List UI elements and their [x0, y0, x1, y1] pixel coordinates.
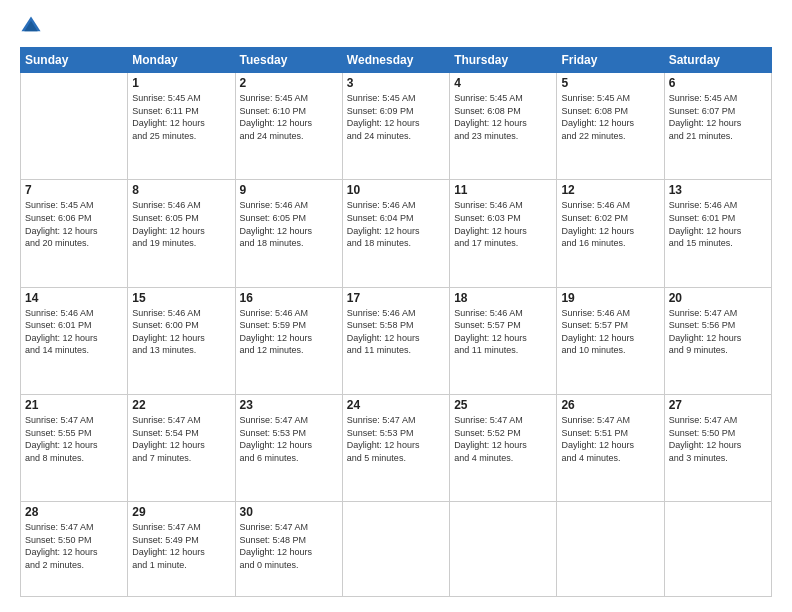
day-number: 15 — [132, 291, 230, 305]
day-info: Sunrise: 5:45 AMSunset: 6:07 PMDaylight:… — [669, 92, 767, 142]
calendar-week-row: 1Sunrise: 5:45 AMSunset: 6:11 PMDaylight… — [21, 73, 772, 180]
calendar-day-header: Sunday — [21, 48, 128, 73]
day-info: Sunrise: 5:47 AMSunset: 5:51 PMDaylight:… — [561, 414, 659, 464]
day-info: Sunrise: 5:46 AMSunset: 6:02 PMDaylight:… — [561, 199, 659, 249]
day-info: Sunrise: 5:47 AMSunset: 5:56 PMDaylight:… — [669, 307, 767, 357]
day-number: 26 — [561, 398, 659, 412]
calendar-cell: 22Sunrise: 5:47 AMSunset: 5:54 PMDayligh… — [128, 394, 235, 501]
day-number: 19 — [561, 291, 659, 305]
calendar-cell — [664, 502, 771, 597]
calendar-day-header: Saturday — [664, 48, 771, 73]
calendar-cell: 15Sunrise: 5:46 AMSunset: 6:00 PMDayligh… — [128, 287, 235, 394]
day-info: Sunrise: 5:46 AMSunset: 6:01 PMDaylight:… — [669, 199, 767, 249]
day-info: Sunrise: 5:46 AMSunset: 6:05 PMDaylight:… — [132, 199, 230, 249]
logo — [20, 15, 46, 37]
calendar-day-header: Friday — [557, 48, 664, 73]
day-info: Sunrise: 5:46 AMSunset: 6:01 PMDaylight:… — [25, 307, 123, 357]
calendar-cell: 26Sunrise: 5:47 AMSunset: 5:51 PMDayligh… — [557, 394, 664, 501]
day-number: 24 — [347, 398, 445, 412]
day-info: Sunrise: 5:47 AMSunset: 5:53 PMDaylight:… — [347, 414, 445, 464]
day-info: Sunrise: 5:47 AMSunset: 5:48 PMDaylight:… — [240, 521, 338, 571]
day-info: Sunrise: 5:45 AMSunset: 6:06 PMDaylight:… — [25, 199, 123, 249]
calendar-cell: 8Sunrise: 5:46 AMSunset: 6:05 PMDaylight… — [128, 180, 235, 287]
calendar-cell: 2Sunrise: 5:45 AMSunset: 6:10 PMDaylight… — [235, 73, 342, 180]
day-number: 12 — [561, 183, 659, 197]
day-info: Sunrise: 5:45 AMSunset: 6:08 PMDaylight:… — [561, 92, 659, 142]
calendar-week-row: 28Sunrise: 5:47 AMSunset: 5:50 PMDayligh… — [21, 502, 772, 597]
calendar-cell: 16Sunrise: 5:46 AMSunset: 5:59 PMDayligh… — [235, 287, 342, 394]
calendar-cell: 6Sunrise: 5:45 AMSunset: 6:07 PMDaylight… — [664, 73, 771, 180]
day-number: 11 — [454, 183, 552, 197]
day-number: 25 — [454, 398, 552, 412]
calendar-day-header: Wednesday — [342, 48, 449, 73]
day-info: Sunrise: 5:47 AMSunset: 5:55 PMDaylight:… — [25, 414, 123, 464]
day-info: Sunrise: 5:45 AMSunset: 6:08 PMDaylight:… — [454, 92, 552, 142]
calendar-cell: 28Sunrise: 5:47 AMSunset: 5:50 PMDayligh… — [21, 502, 128, 597]
day-info: Sunrise: 5:45 AMSunset: 6:09 PMDaylight:… — [347, 92, 445, 142]
day-number: 17 — [347, 291, 445, 305]
day-number: 10 — [347, 183, 445, 197]
calendar-cell: 1Sunrise: 5:45 AMSunset: 6:11 PMDaylight… — [128, 73, 235, 180]
day-info: Sunrise: 5:46 AMSunset: 5:57 PMDaylight:… — [454, 307, 552, 357]
day-info: Sunrise: 5:47 AMSunset: 5:50 PMDaylight:… — [25, 521, 123, 571]
day-number: 8 — [132, 183, 230, 197]
header — [20, 15, 772, 37]
calendar-cell: 19Sunrise: 5:46 AMSunset: 5:57 PMDayligh… — [557, 287, 664, 394]
day-info: Sunrise: 5:46 AMSunset: 5:58 PMDaylight:… — [347, 307, 445, 357]
calendar-cell: 10Sunrise: 5:46 AMSunset: 6:04 PMDayligh… — [342, 180, 449, 287]
calendar-week-row: 21Sunrise: 5:47 AMSunset: 5:55 PMDayligh… — [21, 394, 772, 501]
day-info: Sunrise: 5:47 AMSunset: 5:49 PMDaylight:… — [132, 521, 230, 571]
day-number: 21 — [25, 398, 123, 412]
calendar-cell: 30Sunrise: 5:47 AMSunset: 5:48 PMDayligh… — [235, 502, 342, 597]
calendar-cell: 23Sunrise: 5:47 AMSunset: 5:53 PMDayligh… — [235, 394, 342, 501]
calendar-cell: 7Sunrise: 5:45 AMSunset: 6:06 PMDaylight… — [21, 180, 128, 287]
calendar-cell: 11Sunrise: 5:46 AMSunset: 6:03 PMDayligh… — [450, 180, 557, 287]
day-info: Sunrise: 5:46 AMSunset: 6:05 PMDaylight:… — [240, 199, 338, 249]
calendar-cell — [557, 502, 664, 597]
calendar-cell — [21, 73, 128, 180]
day-info: Sunrise: 5:46 AMSunset: 5:59 PMDaylight:… — [240, 307, 338, 357]
calendar-cell: 14Sunrise: 5:46 AMSunset: 6:01 PMDayligh… — [21, 287, 128, 394]
day-number: 14 — [25, 291, 123, 305]
day-number: 23 — [240, 398, 338, 412]
calendar-day-header: Tuesday — [235, 48, 342, 73]
calendar-cell: 20Sunrise: 5:47 AMSunset: 5:56 PMDayligh… — [664, 287, 771, 394]
calendar-header-row: SundayMondayTuesdayWednesdayThursdayFrid… — [21, 48, 772, 73]
calendar-day-header: Thursday — [450, 48, 557, 73]
calendar-cell: 12Sunrise: 5:46 AMSunset: 6:02 PMDayligh… — [557, 180, 664, 287]
calendar-cell — [342, 502, 449, 597]
day-info: Sunrise: 5:46 AMSunset: 6:04 PMDaylight:… — [347, 199, 445, 249]
day-info: Sunrise: 5:46 AMSunset: 6:00 PMDaylight:… — [132, 307, 230, 357]
day-info: Sunrise: 5:47 AMSunset: 5:54 PMDaylight:… — [132, 414, 230, 464]
page: SundayMondayTuesdayWednesdayThursdayFrid… — [0, 0, 792, 612]
calendar-cell: 13Sunrise: 5:46 AMSunset: 6:01 PMDayligh… — [664, 180, 771, 287]
calendar-cell: 5Sunrise: 5:45 AMSunset: 6:08 PMDaylight… — [557, 73, 664, 180]
day-number: 13 — [669, 183, 767, 197]
logo-icon — [20, 15, 42, 37]
calendar-day-header: Monday — [128, 48, 235, 73]
day-number: 5 — [561, 76, 659, 90]
day-info: Sunrise: 5:47 AMSunset: 5:50 PMDaylight:… — [669, 414, 767, 464]
day-number: 20 — [669, 291, 767, 305]
calendar-cell: 9Sunrise: 5:46 AMSunset: 6:05 PMDaylight… — [235, 180, 342, 287]
calendar-cell: 21Sunrise: 5:47 AMSunset: 5:55 PMDayligh… — [21, 394, 128, 501]
day-number: 4 — [454, 76, 552, 90]
calendar-cell: 3Sunrise: 5:45 AMSunset: 6:09 PMDaylight… — [342, 73, 449, 180]
day-number: 2 — [240, 76, 338, 90]
day-number: 7 — [25, 183, 123, 197]
day-number: 1 — [132, 76, 230, 90]
calendar-cell: 17Sunrise: 5:46 AMSunset: 5:58 PMDayligh… — [342, 287, 449, 394]
day-info: Sunrise: 5:47 AMSunset: 5:53 PMDaylight:… — [240, 414, 338, 464]
calendar-cell: 25Sunrise: 5:47 AMSunset: 5:52 PMDayligh… — [450, 394, 557, 501]
day-info: Sunrise: 5:47 AMSunset: 5:52 PMDaylight:… — [454, 414, 552, 464]
day-number: 28 — [25, 505, 123, 519]
day-info: Sunrise: 5:45 AMSunset: 6:10 PMDaylight:… — [240, 92, 338, 142]
day-number: 30 — [240, 505, 338, 519]
calendar-table: SundayMondayTuesdayWednesdayThursdayFrid… — [20, 47, 772, 597]
day-number: 16 — [240, 291, 338, 305]
calendar-week-row: 7Sunrise: 5:45 AMSunset: 6:06 PMDaylight… — [21, 180, 772, 287]
day-info: Sunrise: 5:46 AMSunset: 6:03 PMDaylight:… — [454, 199, 552, 249]
calendar-cell: 29Sunrise: 5:47 AMSunset: 5:49 PMDayligh… — [128, 502, 235, 597]
day-number: 27 — [669, 398, 767, 412]
day-number: 3 — [347, 76, 445, 90]
